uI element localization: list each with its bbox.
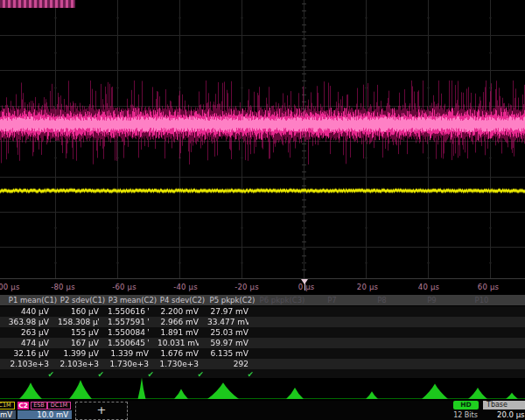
measure-value-cell: 1.891 mV <box>158 327 199 338</box>
hd-bits-label: 12 Bits <box>450 411 481 419</box>
axis-tick-label: 40 µs <box>408 283 450 291</box>
measure-header-p10[interactable]: P10 <box>457 295 507 305</box>
measure-value-cell: 10.031 mV <box>158 338 199 348</box>
measure-value-cell: 158.308 µV <box>58 317 99 327</box>
axis-tick-label: -60 µs <box>103 283 145 291</box>
measure-value-cell: 6.135 mV <box>207 348 248 359</box>
axis-tick-label: -40 µs <box>164 283 206 291</box>
measure-value-cell: 1.550084 V <box>108 327 149 338</box>
axis-tick-label: 20 µs <box>346 283 388 291</box>
axis-tick-label: -20 µs <box>226 283 268 291</box>
measure-value-cell: 1.339 mV <box>108 348 149 359</box>
measure-value-cell: 363.98 µV <box>8 317 49 327</box>
measure-value-cell: 2.103e+3 <box>58 359 99 369</box>
add-trace-button[interactable]: + <box>75 402 128 420</box>
timebase-descriptor[interactable]: Tbase <box>483 401 525 410</box>
table-row-stripe <box>0 295 525 305</box>
measure-header-p5[interactable]: P5 pkpk(C2) <box>207 295 257 305</box>
measure-header-p8[interactable]: P8 <box>357 295 407 305</box>
measure-value-cell: 1.550616 V <box>108 306 149 317</box>
measure-value-cell: 474 µV <box>8 338 49 348</box>
measure-header-p4[interactable]: P4 sdev(C2) <box>158 295 207 305</box>
c2-coupling-tag: DC1M <box>47 402 71 410</box>
measure-header-p9[interactable]: P9 <box>407 295 457 305</box>
c1-trace-descriptor[interactable]: C1 DC1M 10.0 mV <box>0 402 16 419</box>
c2-eres-tag: ESB <box>31 402 47 410</box>
c1-descriptor-tags: C1 DC1M <box>0 402 16 410</box>
measure-value-cell: 1.676 mV <box>158 348 199 359</box>
c1-vdiv-value: 10.0 mV <box>0 410 16 419</box>
table-row-stripe <box>0 317 525 327</box>
measure-value-cell: 1.730e+3 <box>158 359 199 369</box>
measure-header-p6[interactable]: P6 pkpk(C3) <box>257 295 307 305</box>
c2-channel-chip: C2 <box>18 402 29 410</box>
trigger-position-marker[interactable] <box>301 279 308 284</box>
hd-mode-badge[interactable]: HD <box>453 401 479 410</box>
measure-header-p1[interactable]: P1 mean(C1) <box>8 295 58 305</box>
measure-header-p2[interactable]: P2 sdev(C1) <box>58 295 108 305</box>
measure-header-p7[interactable]: P7 <box>307 295 357 305</box>
measure-value-cell: 1.730e+3 <box>108 359 149 369</box>
axis-tick-label: -80 µs <box>42 283 84 291</box>
graticule-and-traces-canvas[interactable] <box>0 0 525 279</box>
measure-value-cell: 1.550645 V <box>108 338 149 348</box>
table-row-stripe <box>0 327 525 338</box>
cropped-pink-header-label <box>0 0 75 8</box>
table-row-stripe <box>0 306 525 317</box>
axis-tick-label: 60 µs <box>467 283 509 291</box>
measure-header-p11[interactable]: P11 <box>507 295 525 305</box>
measure-value-cell: 27.97 mV <box>207 306 248 317</box>
measure-value-cell: 2.103e+3 <box>8 359 49 369</box>
measure-value-cell: 59.97 mV <box>207 338 248 348</box>
measure-value-cell: 33.477 mV <box>207 317 248 327</box>
descriptor-bar: C1 DC1M 10.0 mV C2 ESB DC1M 10.0 mV + HD… <box>0 401 525 420</box>
c2-vdiv-value: 10.0 mV <box>18 410 72 419</box>
measurement-histicon-strip[interactable] <box>0 378 525 401</box>
table-row-stripe <box>0 359 525 369</box>
measure-value-cell: 1.399 µV <box>58 348 99 359</box>
measure-value-cell: 155 µV <box>58 327 99 338</box>
measure-value-cell: 1.557591 V <box>108 317 149 327</box>
plus-icon: + <box>97 403 107 416</box>
measure-value-cell: 2.200 mV <box>158 306 199 317</box>
c1-coupling-tag: DC1M <box>0 402 15 410</box>
timebase-value: 20.0 µs <box>497 410 525 419</box>
c2-descriptor-tags: C2 ESB DC1M <box>18 402 72 410</box>
measure-value-cell: 32.16 µV <box>8 348 49 359</box>
measure-value-cell: 167 µV <box>58 338 99 348</box>
table-row-stripe <box>0 338 525 348</box>
measure-value-cell: 25.03 mV <box>207 327 248 338</box>
table-row-stripe <box>0 348 525 359</box>
measure-value-cell: 292 <box>207 359 248 369</box>
axis-tick-label: -100 µs <box>0 283 26 291</box>
c2-trace-descriptor[interactable]: C2 ESB DC1M 10.0 mV <box>18 402 72 419</box>
time-axis-strip: -100 µs-80 µs-60 µs-40 µs-20 µs0 µs20 µs… <box>0 279 525 295</box>
measure-value-cell: 2.966 mV <box>158 317 199 327</box>
measure-value-cell: 263 µV <box>8 327 49 338</box>
oscilloscope-screen: -100 µs-80 µs-60 µs-40 µs-20 µs0 µs20 µs… <box>0 0 525 420</box>
measure-value-cell: 160 µV <box>58 306 99 317</box>
measure-value-cell: 440 µV <box>8 306 49 317</box>
measure-header-p3[interactable]: P3 mean(C2) <box>108 295 158 305</box>
